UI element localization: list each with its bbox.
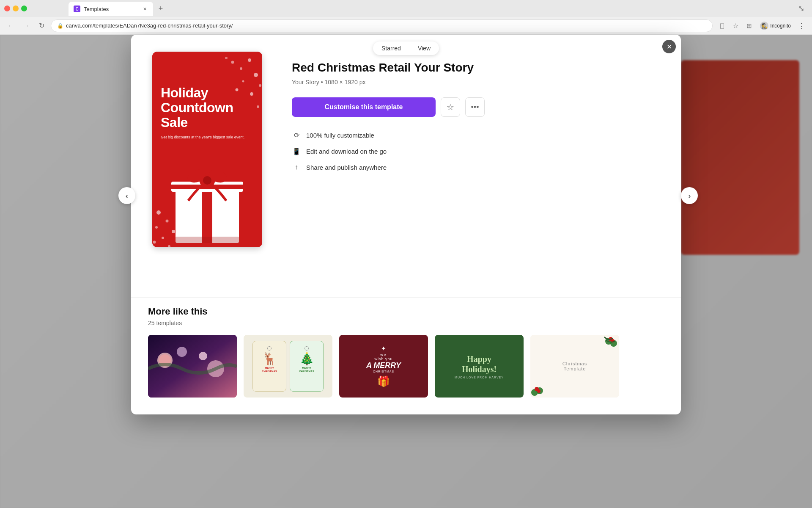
incognito-avatar: 🕵: [760, 22, 768, 30]
prev-arrow-icon: ‹: [126, 191, 129, 201]
tag-text-2: MERRYCHRISTMAS: [299, 367, 314, 373]
more-options-button[interactable]: •••: [465, 97, 485, 117]
related-template-2[interactable]: 🦌 MERRYCHRISTMAS 🎄 MERRYCHRISTMAS: [244, 335, 332, 398]
card3-wish-text: wish you: [374, 357, 392, 361]
tag-text-1: MERRYCHRISTMAS: [262, 367, 277, 373]
tab-bar: C Templates ✕ +: [35, 1, 200, 16]
card3-merry-text: A MERRY: [366, 361, 401, 370]
card3-visual: ✦ we wish you A MERRY CHRISTMAS 🎁: [339, 335, 428, 398]
card4-title-text: HappyHolidays!: [462, 354, 497, 374]
template-headline-block: Holiday Countdown Sale Get big discounts…: [161, 86, 254, 140]
more-dots-icon: •••: [471, 103, 479, 112]
window-minimize-icon[interactable]: ⤡: [795, 4, 808, 13]
related-template-4[interactable]: HappyHolidays! MUCH LOVE FROM HARVEY: [435, 335, 524, 398]
related-template-1[interactable]: [148, 335, 237, 398]
svg-rect-26: [176, 237, 239, 243]
svg-point-6: [242, 80, 244, 83]
traffic-lights: [4, 6, 27, 11]
next-arrow-icon: ›: [688, 191, 691, 201]
star-favorite-button[interactable]: ☆: [441, 97, 460, 117]
share-icon: ↑: [292, 163, 301, 172]
card3-star-icon: ✦: [381, 345, 386, 352]
reindeer-tag-2: 🎄 MERRYCHRISTMAS: [290, 341, 324, 392]
modal-top-buttons: Starred View: [373, 41, 439, 55]
reindeer-tag-1: 🦌 MERRYCHRISTMAS: [252, 341, 286, 392]
template-meta: Your Story • 1080 × 1920 px: [292, 79, 664, 86]
template-subtext: Get big discounts at the year's biggest …: [161, 135, 254, 140]
starred-button[interactable]: Starred: [373, 41, 409, 55]
lock-icon: 🔒: [57, 23, 63, 29]
browser-titlebar: C Templates ✕ + ⤡: [0, 0, 812, 17]
address-bar-row: ← → ↻ 🔒 canva.com/templates/EADan7Ne3ag-…: [0, 17, 812, 35]
browser-menu-button[interactable]: ⋮: [796, 21, 807, 30]
svg-point-25: [203, 176, 211, 185]
tab-title-label: Templates: [84, 6, 138, 12]
more-like-this-grid: 🦌 MERRYCHRISTMAS 🎄 MERRYCHRISTMAS ✦ we: [148, 335, 664, 398]
view-button[interactable]: View: [409, 41, 439, 55]
template-preview-panel: Holiday Countdown Sale Get big discounts…: [148, 52, 266, 280]
cast-icon[interactable]: ⎕: [716, 20, 728, 32]
modal-body: Holiday Countdown Sale Get big discounts…: [131, 35, 681, 297]
bookmark-icon[interactable]: ☆: [730, 20, 741, 32]
star-icon: ☆: [447, 102, 454, 112]
next-template-button[interactable]: ›: [681, 187, 698, 204]
template-headline: Holiday Countdown Sale: [161, 86, 254, 130]
card1-visual: [148, 335, 237, 398]
close-window-button[interactable]: [4, 6, 10, 11]
templates-count: 25 templates: [148, 320, 664, 326]
browser-profile-icon[interactable]: ⊞: [743, 20, 755, 32]
card5-visual: ChristmasTemplate: [530, 335, 619, 398]
template-modal: ✕ Starred View: [131, 35, 681, 414]
headline-line3: Sale: [161, 115, 188, 130]
svg-point-0: [248, 58, 251, 62]
svg-point-3: [231, 61, 234, 64]
feature-text-1: 100% fully customizable: [306, 132, 374, 139]
card4-visual: HappyHolidays! MUCH LOVE FROM HARVEY: [435, 335, 524, 398]
feature-item-1: ⟳ 100% fully customizable: [292, 130, 664, 140]
prev-template-button[interactable]: ‹: [118, 187, 135, 204]
svg-point-8: [225, 57, 228, 59]
related-template-5[interactable]: ChristmasTemplate: [530, 335, 619, 398]
feature-text-3: Share and publish anywhere: [306, 164, 387, 171]
template-title: Red Christmas Retail Your Story: [292, 60, 664, 75]
svg-point-4: [259, 84, 261, 87]
incognito-badge[interactable]: 🕵 Incognito: [757, 21, 794, 31]
reload-button[interactable]: ↻: [36, 20, 47, 32]
new-tab-button[interactable]: +: [155, 3, 167, 14]
svg-point-2: [254, 73, 258, 77]
related-template-3[interactable]: ✦ we wish you A MERRY CHRISTMAS 🎁: [339, 335, 428, 398]
forward-button[interactable]: →: [20, 20, 32, 32]
tab-favicon-icon: C: [74, 6, 80, 12]
svg-point-9: [257, 105, 259, 108]
tab-close-button[interactable]: ✕: [141, 6, 148, 12]
svg-point-30: [177, 347, 187, 357]
headline-line2: Countdown: [161, 100, 233, 115]
feature-item-2: 📱 Edit and download on the go: [292, 146, 664, 156]
card4-sub-text: MUCH LOVE FROM HARVEY: [455, 376, 504, 379]
template-info-panel: Red Christmas Retail Your Story Your Sto…: [292, 52, 664, 280]
customizable-icon: ⟳: [292, 130, 301, 140]
browser-chrome: C Templates ✕ + ⤡ ← → ↻ 🔒 canva.com/temp…: [0, 0, 812, 35]
svg-rect-19: [202, 188, 212, 243]
browser-actions: ⎕ ☆ ⊞ 🕵 Incognito ⋮: [716, 20, 807, 32]
svg-point-1: [240, 67, 242, 70]
tag-hole-1: [267, 346, 272, 351]
card5-center-content: ChristmasTemplate: [530, 335, 619, 398]
tag-hole-2: [304, 346, 309, 351]
customise-template-button[interactable]: Customise this template: [292, 97, 436, 117]
svg-point-32: [199, 352, 207, 360]
active-tab[interactable]: C Templates ✕: [69, 2, 153, 16]
minimize-window-button[interactable]: [13, 6, 19, 11]
modal-close-button[interactable]: ✕: [662, 40, 676, 53]
feature-text-2: Edit and download on the go: [306, 148, 387, 155]
card5-text: ChristmasTemplate: [562, 361, 587, 371]
more-like-this-title: More like this: [148, 306, 664, 317]
address-bar[interactable]: 🔒 canva.com/templates/EADan7Ne3ag-red-ch…: [51, 19, 713, 32]
fullscreen-window-button[interactable]: [21, 6, 27, 11]
card3-gift-icon: 🎁: [377, 375, 390, 387]
close-icon: ✕: [667, 43, 672, 51]
feature-item-3: ↑ Share and publish anywhere: [292, 163, 664, 172]
headline-line1: Holiday: [161, 85, 208, 100]
back-button[interactable]: ←: [5, 20, 17, 32]
feature-list: ⟳ 100% fully customizable 📱 Edit and dow…: [292, 130, 664, 172]
